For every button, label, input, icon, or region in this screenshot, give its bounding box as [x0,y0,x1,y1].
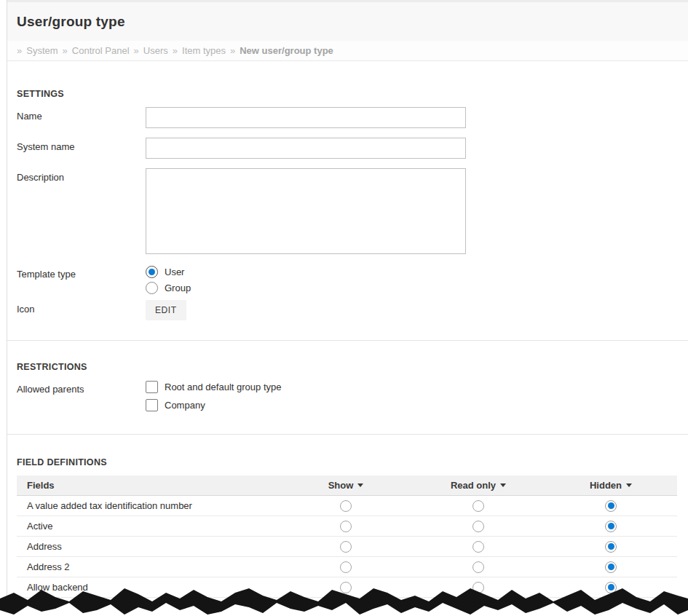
section-divider [7,434,688,435]
page-title: User/group type [17,14,125,30]
breadcrumb-link-system[interactable]: System [26,45,58,56]
radio-show[interactable] [340,561,352,573]
radio-read-only[interactable] [472,561,484,573]
template-type-options: User Group [146,265,191,294]
page-header: User/group type [7,0,688,41]
chevron-down-icon [626,483,632,487]
checkbox-company[interactable] [146,399,158,411]
radio-label-group: Group [165,283,191,293]
radio-button-group[interactable] [146,282,158,294]
radio-hidden[interactable] [605,500,617,512]
checkbox-label-root-default: Root and default group type [165,382,281,392]
breadcrumb-separator: » [63,45,68,56]
radio-show[interactable] [340,582,352,593]
field-definitions-heading: FIELD DEFINITIONS [17,457,688,467]
radio-read-only[interactable] [472,541,484,553]
radio-show[interactable] [340,521,352,532]
field-name: Address 2 [17,561,280,572]
system-name-row: System name [17,138,688,159]
icon-row: Icon EDIT [17,300,688,320]
system-name-label: System name [17,138,146,152]
field-name: Allow backend [17,582,280,593]
field-name: A value added tax identification number [17,500,280,511]
column-header-hidden-label: Hidden [590,480,622,491]
icon-label: Icon [17,300,146,315]
settings-heading: SETTINGS [17,89,688,99]
restrictions-heading: RESTRICTIONS [17,362,688,372]
column-header-read-only-label: Read only [451,480,496,491]
field-name: Active [17,521,280,532]
radio-button-user[interactable] [146,266,158,278]
radio-label-user: User [165,266,184,277]
field-definitions-table: Fields Show Read only Hidden A [17,475,677,598]
chevron-down-icon [357,483,363,487]
radio-hidden[interactable] [605,582,617,593]
column-header-show-dropdown[interactable]: Show [280,480,412,491]
breadcrumb: » System » Control Panel » Users » Item … [7,41,688,61]
table-row: Active [17,516,677,537]
breadcrumb-separator: » [230,45,235,56]
breadcrumb-link-control-panel[interactable]: Control Panel [72,45,130,56]
radio-show[interactable] [340,500,352,512]
table-row: Address 2 [17,557,677,577]
breadcrumb-link-users[interactable]: Users [143,45,168,56]
template-type-option-group[interactable]: Group [146,282,191,294]
field-name: Address [17,541,280,552]
section-divider [7,340,688,341]
column-header-show-label: Show [328,480,354,491]
breadcrumb-current: New user/group type [240,45,333,56]
column-header-hidden-dropdown[interactable]: Hidden [545,480,677,491]
page-viewport: User/group type » System » Control Panel… [0,0,688,616]
system-name-input[interactable] [146,138,466,159]
icon-edit-button[interactable]: EDIT [146,300,186,320]
column-header-fields: Fields [17,480,280,491]
description-textarea[interactable] [146,168,466,254]
table-header-row: Fields Show Read only Hidden [17,475,677,496]
template-type-label: Template type [17,265,146,280]
name-input[interactable] [146,107,466,128]
checkbox-option-company[interactable]: Company [146,399,281,411]
allowed-parents-options: Root and default group type Company [146,380,281,411]
radio-hidden[interactable] [605,521,617,532]
radio-read-only[interactable] [472,500,484,512]
name-label: Name [17,107,146,122]
description-label: Description [17,168,146,183]
name-row: Name [17,107,688,128]
template-type-option-user[interactable]: User [146,266,191,278]
checkbox-label-company: Company [165,400,205,411]
table-row: A value added tax identification number [17,496,677,516]
chevron-down-icon [500,483,506,487]
radio-read-only[interactable] [472,582,484,593]
allowed-parents-row: Allowed parents Root and default group t… [17,380,688,411]
radio-read-only[interactable] [472,521,484,532]
checkbox-option-root-default[interactable]: Root and default group type [146,381,281,393]
table-row: Allow backend [17,577,677,598]
breadcrumb-link-item-types[interactable]: Item types [182,45,226,56]
description-row: Description [17,168,688,254]
content-panel: User/group type » System » Control Panel… [7,0,688,604]
checkbox-root-default[interactable] [146,381,158,393]
template-type-row: Template type User Group [17,265,688,294]
breadcrumb-separator: » [173,45,178,56]
table-row: Address [17,537,677,557]
radio-hidden[interactable] [605,561,617,573]
breadcrumb-separator: » [17,45,22,56]
breadcrumb-separator: » [134,45,139,56]
allowed-parents-label: Allowed parents [17,380,146,395]
radio-hidden[interactable] [605,541,617,553]
radio-show[interactable] [340,541,352,553]
column-header-read-only-dropdown[interactable]: Read only [412,480,545,491]
